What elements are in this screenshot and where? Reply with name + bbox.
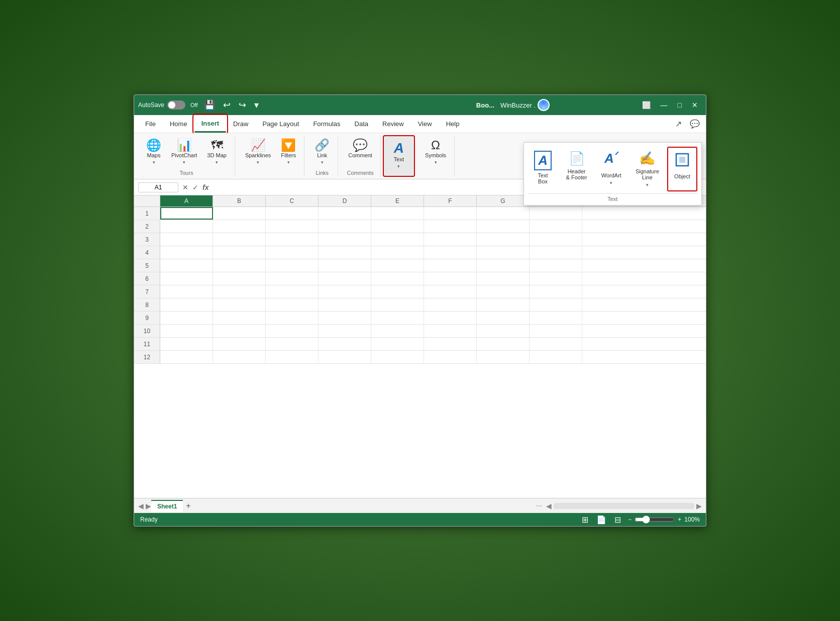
scroll-bar[interactable] xyxy=(554,503,694,509)
link-button[interactable]: 🔗 Link ▾ xyxy=(310,137,334,167)
wordart-dropdown-button[interactable]: A WordArt ▾ xyxy=(595,147,627,191)
sheet-nav-right[interactable]: ▶ xyxy=(146,502,151,510)
col-header-D[interactable]: D xyxy=(319,195,371,206)
cell-A12[interactable] xyxy=(160,351,213,363)
cell-F7[interactable] xyxy=(424,285,477,298)
cell-B12[interactable] xyxy=(213,351,266,363)
cell-E7[interactable] xyxy=(371,285,424,298)
tab-formulas[interactable]: Formulas xyxy=(306,116,347,132)
cell-C4[interactable] xyxy=(266,246,319,259)
cell-G3[interactable] xyxy=(477,233,530,246)
add-sheet-button[interactable]: + xyxy=(183,500,193,511)
cell-G12[interactable] xyxy=(477,351,530,363)
cell-H11[interactable] xyxy=(530,338,582,350)
cell-A2[interactable] xyxy=(160,220,213,233)
cell-D9[interactable] xyxy=(319,312,371,324)
close-button[interactable]: ✕ xyxy=(688,99,702,111)
cell-C5[interactable] xyxy=(266,259,319,272)
cell-A3[interactable] xyxy=(160,233,213,246)
cell-C6[interactable] xyxy=(266,272,319,285)
scroll-right-button[interactable]: ▶ xyxy=(696,502,702,510)
cell-F3[interactable] xyxy=(424,233,477,246)
cell-E8[interactable] xyxy=(371,298,424,311)
cell-A6[interactable] xyxy=(160,272,213,285)
cell-H10[interactable] xyxy=(530,325,582,337)
cell-B2[interactable] xyxy=(213,220,266,233)
cell-D1[interactable] xyxy=(319,207,371,220)
zoom-plus-icon[interactable]: + xyxy=(678,516,681,523)
tab-help[interactable]: Help xyxy=(439,116,467,132)
sheet-nav-left[interactable]: ◀ xyxy=(138,502,144,510)
ribbon-icon[interactable]: ⬜ xyxy=(638,99,655,111)
cell-G6[interactable] xyxy=(477,272,530,285)
cell-F5[interactable] xyxy=(424,259,477,272)
cell-B8[interactable] xyxy=(213,298,266,311)
cell-F1[interactable] xyxy=(424,207,477,220)
cell-G8[interactable] xyxy=(477,298,530,311)
col-header-C[interactable]: C xyxy=(266,195,319,206)
cell-D8[interactable] xyxy=(319,298,371,311)
3dmap-button[interactable]: 🗺 3D Map ▾ xyxy=(203,137,231,167)
cell-G9[interactable] xyxy=(477,312,530,324)
cell-G1[interactable] xyxy=(477,207,530,220)
cell-F6[interactable] xyxy=(424,272,477,285)
cell-G10[interactable] xyxy=(477,325,530,337)
header-footer-dropdown-button[interactable]: 📄 Header& Footer xyxy=(560,147,593,191)
col-header-G[interactable]: G xyxy=(477,195,530,206)
cell-A7[interactable] xyxy=(160,285,213,298)
cell-B7[interactable] xyxy=(213,285,266,298)
cell-B9[interactable] xyxy=(213,312,266,324)
cell-E6[interactable] xyxy=(371,272,424,285)
sheet-tab-sheet1[interactable]: Sheet1 xyxy=(151,500,183,512)
cell-F4[interactable] xyxy=(424,246,477,259)
cell-D7[interactable] xyxy=(319,285,371,298)
cell-C8[interactable] xyxy=(266,298,319,311)
formula-confirm-icon[interactable]: ✓ xyxy=(192,183,198,191)
cell-H3[interactable] xyxy=(530,233,582,246)
symbols-button[interactable]: Ω Symbols ▾ xyxy=(421,137,450,167)
cell-H2[interactable] xyxy=(530,220,582,233)
share-icon[interactable]: ↗ xyxy=(673,117,684,131)
cell-B11[interactable] xyxy=(213,338,266,350)
cell-H7[interactable] xyxy=(530,285,582,298)
cell-D2[interactable] xyxy=(319,220,371,233)
comment-button[interactable]: 💬 Comment xyxy=(344,137,376,161)
tab-file[interactable]: File xyxy=(138,116,163,132)
tab-insert[interactable]: Insert xyxy=(194,116,226,133)
cell-F2[interactable] xyxy=(424,220,477,233)
maps-button[interactable]: 🌐 Maps ▾ xyxy=(142,137,165,167)
zoom-slider[interactable] xyxy=(635,515,675,524)
autosave-toggle[interactable] xyxy=(167,100,185,110)
redo-icon[interactable]: ↪ xyxy=(237,97,248,113)
formula-cancel-icon[interactable]: ✕ xyxy=(182,183,188,191)
tab-review[interactable]: Review xyxy=(375,116,411,132)
cell-E2[interactable] xyxy=(371,220,424,233)
cell-F10[interactable] xyxy=(424,325,477,337)
col-header-B[interactable]: B xyxy=(213,195,266,206)
cell-F11[interactable] xyxy=(424,338,477,350)
cell-E12[interactable] xyxy=(371,351,424,363)
cell-G4[interactable] xyxy=(477,246,530,259)
col-header-F[interactable]: F xyxy=(424,195,477,206)
textbox-dropdown-button[interactable]: A TextBox xyxy=(528,147,558,191)
cell-F8[interactable] xyxy=(424,298,477,311)
maximize-button[interactable]: □ xyxy=(674,99,686,111)
save-icon[interactable]: 💾 xyxy=(202,97,217,113)
cell-D3[interactable] xyxy=(319,233,371,246)
cell-H12[interactable] xyxy=(530,351,582,363)
object-dropdown-button[interactable]: Object xyxy=(667,147,697,191)
view-normal-button[interactable]: ⊞ xyxy=(581,514,589,526)
cell-C12[interactable] xyxy=(266,351,319,363)
cell-B1[interactable] xyxy=(213,207,266,220)
cell-A10[interactable] xyxy=(160,325,213,337)
minimize-button[interactable]: — xyxy=(657,99,672,111)
cell-E4[interactable] xyxy=(371,246,424,259)
tab-data[interactable]: Data xyxy=(348,116,375,132)
cell-H9[interactable] xyxy=(530,312,582,324)
signature-dropdown-button[interactable]: ✍ SignatureLine ▾ xyxy=(629,147,665,191)
undo-icon[interactable]: ↩ xyxy=(221,97,233,113)
text-button[interactable]: A Text ▾ xyxy=(388,139,410,171)
col-header-A[interactable]: A xyxy=(160,195,213,206)
cell-D12[interactable] xyxy=(319,351,371,363)
tab-page-layout[interactable]: Page Layout xyxy=(255,116,306,132)
